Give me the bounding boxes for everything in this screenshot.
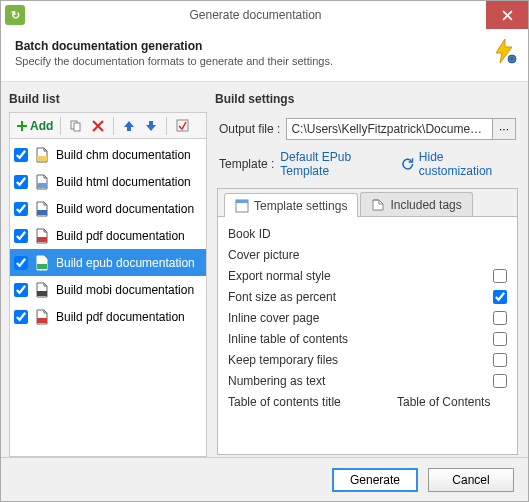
settings-body: Book IDCover pictureExport normal styleF… bbox=[218, 217, 517, 454]
list-item-label: Build pdf documentation bbox=[56, 310, 185, 324]
svg-rect-11 bbox=[37, 318, 47, 323]
wizard-icon bbox=[490, 37, 518, 65]
build-list-panel: Build list Add bbox=[9, 90, 207, 457]
list-item-checkbox[interactable] bbox=[14, 175, 28, 189]
toolbar-separator bbox=[113, 117, 114, 135]
list-item[interactable]: Build html documentation bbox=[10, 168, 206, 195]
header-title: Batch documentation generation bbox=[15, 39, 514, 53]
setting-label: Table of contents title bbox=[228, 395, 397, 409]
setting-row: Inline cover page bbox=[228, 307, 507, 328]
footer: Generate Cancel bbox=[1, 457, 528, 501]
setting-row: Table of contents titleTable of Contents bbox=[228, 391, 507, 412]
setting-checkbox[interactable] bbox=[493, 290, 507, 304]
setting-checkbox[interactable] bbox=[493, 332, 507, 346]
setting-label: Book ID bbox=[228, 227, 507, 241]
setting-row: Inline table of contents bbox=[228, 328, 507, 349]
setting-label: Cover picture bbox=[228, 248, 507, 262]
close-icon bbox=[502, 10, 513, 21]
setting-row: Font size as percent bbox=[228, 286, 507, 307]
list-item-label: Build word documentation bbox=[56, 202, 194, 216]
word-icon bbox=[34, 201, 50, 217]
move-up-button[interactable] bbox=[119, 116, 139, 136]
svg-rect-8 bbox=[37, 237, 47, 242]
plus-icon bbox=[16, 120, 28, 132]
template-link[interactable]: Default EPub Template bbox=[280, 150, 395, 178]
list-item[interactable]: Build pdf documentation bbox=[10, 303, 206, 330]
setting-row: Numbering as text bbox=[228, 370, 507, 391]
setting-label: Keep temporary files bbox=[228, 353, 493, 367]
build-list-label: Build list bbox=[9, 90, 207, 108]
template-row: Template : Default EPub Template Hide cu… bbox=[219, 150, 516, 178]
output-file-row: Output file : ··· bbox=[219, 118, 516, 140]
template-label: Template : bbox=[219, 157, 274, 171]
tab-template-settings[interactable]: Template settings bbox=[224, 193, 358, 217]
list-item[interactable]: Build mobi documentation bbox=[10, 276, 206, 303]
chm-icon bbox=[34, 147, 50, 163]
list-item-checkbox[interactable] bbox=[14, 148, 28, 162]
window-title: Generate documentation bbox=[25, 8, 486, 22]
close-button[interactable] bbox=[486, 1, 528, 29]
body: Build list Add bbox=[1, 82, 528, 457]
setting-row: Cover picture bbox=[228, 244, 507, 265]
tabs-container: Template settings Included tags Book IDC… bbox=[217, 188, 518, 455]
tab-included-tags-label: Included tags bbox=[390, 198, 461, 212]
cancel-button[interactable]: Cancel bbox=[428, 468, 514, 492]
output-file-input[interactable] bbox=[286, 118, 492, 140]
delete-icon bbox=[92, 120, 104, 132]
svg-rect-6 bbox=[37, 183, 47, 188]
delete-button[interactable] bbox=[88, 116, 108, 136]
tab-included-tags[interactable]: Included tags bbox=[360, 192, 472, 216]
svg-rect-9 bbox=[37, 264, 47, 269]
toolbar-separator bbox=[166, 117, 167, 135]
build-list[interactable]: Build chm documentationBuild html docume… bbox=[9, 138, 207, 457]
list-item[interactable]: Build epub documentation bbox=[10, 249, 206, 276]
refresh-icon bbox=[401, 157, 414, 171]
svg-point-1 bbox=[511, 58, 514, 61]
html-icon bbox=[34, 174, 50, 190]
pdf-icon bbox=[34, 309, 50, 325]
header-panel: Batch documentation generation Specify t… bbox=[1, 29, 528, 82]
included-tags-icon bbox=[371, 198, 385, 212]
duplicate-button[interactable] bbox=[66, 116, 86, 136]
setting-value[interactable]: Table of Contents bbox=[397, 395, 507, 409]
setting-label: Inline table of contents bbox=[228, 332, 493, 346]
output-file-label: Output file : bbox=[219, 122, 280, 136]
app-icon: ↻ bbox=[5, 5, 25, 25]
check-all-button[interactable] bbox=[172, 116, 192, 136]
build-settings-label: Build settings bbox=[215, 90, 520, 108]
list-item-label: Build html documentation bbox=[56, 175, 191, 189]
build-settings-panel: Build settings Output file : ··· Templat… bbox=[215, 90, 520, 457]
list-item-checkbox[interactable] bbox=[14, 256, 28, 270]
add-button[interactable]: Add bbox=[14, 116, 55, 136]
svg-rect-7 bbox=[37, 210, 47, 215]
list-item-checkbox[interactable] bbox=[14, 283, 28, 297]
setting-checkbox[interactable] bbox=[493, 353, 507, 367]
list-item[interactable]: Build word documentation bbox=[10, 195, 206, 222]
list-item-checkbox[interactable] bbox=[14, 202, 28, 216]
toolbar-separator bbox=[60, 117, 61, 135]
move-down-button[interactable] bbox=[141, 116, 161, 136]
setting-checkbox[interactable] bbox=[493, 311, 507, 325]
list-item[interactable]: Build pdf documentation bbox=[10, 222, 206, 249]
browse-button[interactable]: ··· bbox=[492, 118, 516, 140]
arrow-up-icon bbox=[123, 120, 135, 132]
add-button-label: Add bbox=[30, 119, 53, 133]
mobi-icon bbox=[34, 282, 50, 298]
setting-label: Font size as percent bbox=[228, 290, 493, 304]
setting-row: Book ID bbox=[228, 223, 507, 244]
setting-checkbox[interactable] bbox=[493, 269, 507, 283]
epub-icon bbox=[34, 255, 50, 271]
list-item[interactable]: Build chm documentation bbox=[10, 141, 206, 168]
arrow-down-icon bbox=[145, 120, 157, 132]
list-item-checkbox[interactable] bbox=[14, 310, 28, 324]
list-item-checkbox[interactable] bbox=[14, 229, 28, 243]
generate-button[interactable]: Generate bbox=[332, 468, 418, 492]
setting-row: Keep temporary files bbox=[228, 349, 507, 370]
window: ↻ Generate documentation Batch documenta… bbox=[0, 0, 529, 502]
list-item-label: Build chm documentation bbox=[56, 148, 191, 162]
setting-checkbox[interactable] bbox=[493, 374, 507, 388]
hide-customization-link[interactable]: Hide customization bbox=[401, 150, 516, 178]
pdf-icon bbox=[34, 228, 50, 244]
check-all-icon bbox=[176, 119, 189, 132]
svg-rect-13 bbox=[236, 200, 248, 203]
